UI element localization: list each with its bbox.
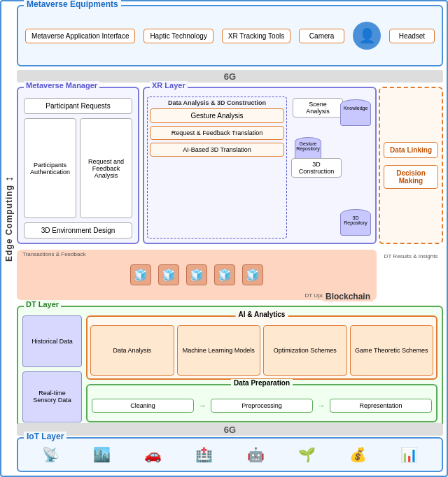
trans-feedback-label: Transactions & Feedback <box>22 251 85 257</box>
ai-section: AI & Analytics Data Analysis Machine Lea… <box>86 315 438 380</box>
data-linking-box: Data Linking <box>384 142 438 158</box>
dt-section: DT Layer Historical Data Real-time Senso… <box>17 306 443 428</box>
equipment-camera: Camera <box>299 29 344 43</box>
data-analysis-box: Data Analysis <box>90 325 174 376</box>
blockchain-cube-2: 🧊 <box>158 264 179 285</box>
xr-section: XR Layer Data Analysis & 3D Construction… <box>143 87 377 244</box>
da-title: Data Analysis & 3D Construction <box>150 99 284 106</box>
main-container: Edge Computing ↕ Metaverse Equipments Me… <box>0 0 448 477</box>
arrow-1: → <box>198 401 206 411</box>
ai-title: AI & Analytics <box>236 311 288 318</box>
prep-title: Data Preparation <box>231 379 293 387</box>
scene-analysis-box: Scene Analysis <box>293 98 343 118</box>
env-design-box: 3D Environment Design <box>24 222 132 239</box>
representation-box: Representation <box>330 399 432 413</box>
equipment-app-interface: Metaverse Application Interface <box>25 29 136 43</box>
equipment-headset: Headset <box>389 29 435 43</box>
ml-models-box: Machine Learning Models <box>177 325 261 376</box>
blockchain-cube-3: 🧊 <box>186 264 207 285</box>
blockchain-cube-5: 🧊 <box>242 264 263 285</box>
repo-3d: 3D Repository <box>340 209 371 236</box>
6g-bottom: 6G <box>17 423 443 436</box>
prep-section: Data Preparation Cleaning → Preprocessin… <box>86 384 438 422</box>
realtime-data-box: Real-time Sensory Data <box>22 371 82 423</box>
participants-auth-box: Participants Authentication <box>24 118 76 218</box>
req-feedback-box: Request and Feedback Analysis <box>80 118 132 218</box>
iot-icon-car: 🚗 <box>144 446 162 463</box>
user-avatar: 👤 <box>353 22 381 50</box>
dt-right: AI & Analytics Data Analysis Machine Lea… <box>86 315 438 422</box>
ai-items: Data Analysis Machine Learning Models Op… <box>88 317 436 378</box>
req-feedback-trans-box: Request & Feedback Translation <box>150 126 284 140</box>
xr-title: XR Layer <box>150 81 188 90</box>
iot-icon-chart: 📊 <box>400 446 418 463</box>
da-dashed-box: Data Analysis & 3D Construction Gesture … <box>147 97 287 239</box>
metaverse-items: Metaverse Application Interface Haptic T… <box>18 6 442 65</box>
dt-title: DT Layer <box>24 300 61 308</box>
arrow-2: → <box>317 401 326 411</box>
equipment-haptic: Haptic Technology <box>144 29 214 43</box>
blockchain-cube-1: 🧊 <box>130 264 151 285</box>
iot-icon-robot: 🤖 <box>247 446 265 463</box>
iot-title: IoT Layer <box>24 432 66 441</box>
ai-translation-box: AI-Based 3D Translation <box>150 143 284 157</box>
cleaning-box: Cleaning <box>92 399 194 413</box>
manager-title: Metaverse Manager <box>24 81 99 90</box>
blockchain-title: Blockchain <box>323 292 373 301</box>
participant-requests-box: Participant Requests <box>24 98 132 114</box>
metaverse-section: Metaverse Equipments Metaverse Applicati… <box>17 5 443 66</box>
dt-results-label: DT Results & Insights <box>379 253 443 259</box>
iot-icon-money: 💰 <box>349 446 367 463</box>
prep-items: Cleaning → Preprocessing → Representatio… <box>88 385 436 421</box>
iot-icon-health: 🏥 <box>195 446 213 463</box>
iot-icon-city: 🏙️ <box>93 446 111 463</box>
game-theoretic-box: Game Theoretic Schemes <box>350 325 434 376</box>
historical-data-box: Historical Data <box>22 315 82 367</box>
gesture-analysis-box: Gesture Analysis <box>150 108 284 123</box>
gesture-repo: Gesture Repository <box>295 137 321 159</box>
manager-section: Metaverse Manager Participant Requests P… <box>17 87 139 244</box>
blockchain-section: Transactions & Feedback DT Updates 🧊 🧊 🧊… <box>17 250 377 300</box>
dt-left: Historical Data Real-time Sensory Data <box>22 315 82 422</box>
decision-making-box: Decision Making <box>384 165 438 189</box>
iot-icon-wifi: 📡 <box>42 446 59 463</box>
data-linking-section: Data Linking Decision Making <box>379 87 443 244</box>
construction-box: 3D Construction <box>291 158 342 178</box>
iot-icon-plant: 🌱 <box>298 446 316 463</box>
edge-computing-label: Edge Computing ↕ <box>3 71 15 367</box>
iot-section: IoT Layer 📡 🏙️ 🚗 🏥 🤖 🌱 💰 📊 <box>17 437 443 472</box>
blockchain-cube-4: 🧊 <box>214 264 235 285</box>
equipment-xr-tracking: XR Tracking Tools <box>222 29 290 43</box>
knowledge-db: Knowledge <box>340 99 371 126</box>
optimization-box: Optimization Schemes <box>263 325 347 376</box>
preprocessing-box: Preprocessing <box>211 399 313 413</box>
metaverse-title: Metaverse Equipments <box>24 0 121 9</box>
